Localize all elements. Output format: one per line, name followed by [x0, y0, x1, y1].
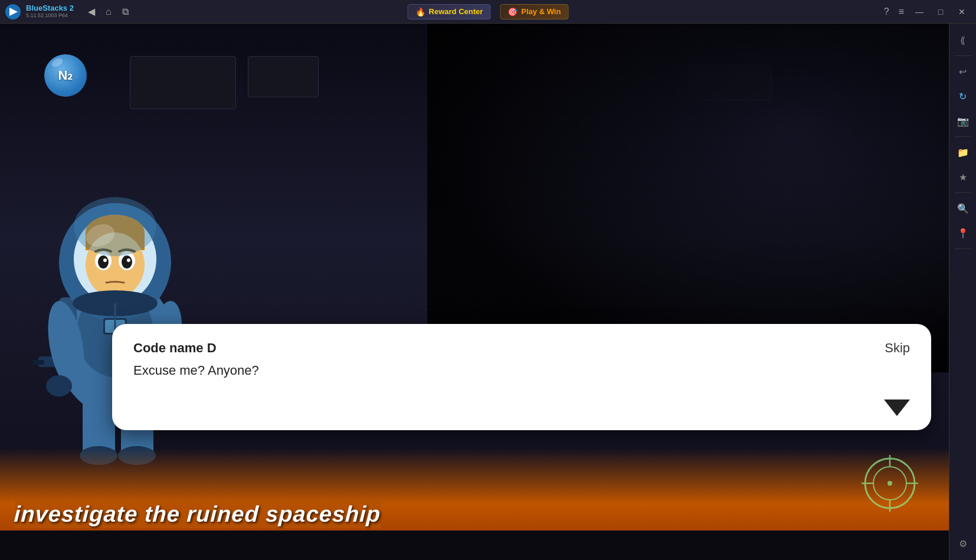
play-win-button[interactable]: 🎯 Play & Win [500, 4, 568, 19]
sidebar-divider-1 [955, 55, 971, 56]
sidebar-photo-icon[interactable]: 📷 [952, 110, 974, 132]
sidebar-divider-2 [955, 136, 971, 137]
svg-rect-6 [32, 360, 44, 365]
svg-point-24 [103, 258, 107, 262]
app-name: BlueStacks 2 [26, 4, 74, 12]
right-sidebar: ⟪ ↩ ↻ 📷 📁 ★ 🔍 📍 ⚙ [949, 24, 976, 560]
sidebar-search-icon[interactable]: 🔍 [952, 198, 974, 219]
subtitle-background: investigate the ruined spaceship [14, 500, 382, 528]
sidebar-location-icon[interactable]: 📍 [952, 222, 974, 244]
dialog-next-arrow[interactable] [884, 399, 910, 416]
close-button[interactable]: ✕ [952, 4, 971, 20]
home-nav-button[interactable]: ⌂ [103, 5, 114, 18]
maximize-button[interactable]: □ [931, 4, 950, 20]
game-area[interactable]: N₂ [0, 24, 949, 560]
reward-center-button[interactable]: 🔥 Reward Center [408, 4, 491, 19]
subtitle-text: investigate the ruined spaceship [14, 502, 381, 526]
sidebar-rotate-icon[interactable]: ↻ [952, 86, 974, 107]
app-title-text: BlueStacks 2 5.11.52.1003 P64 [26, 4, 74, 18]
help-button[interactable]: ? [880, 5, 893, 18]
svg-point-25 [127, 258, 130, 262]
dialog-box[interactable]: Code name D Excuse me? Anyone? Skip [112, 324, 931, 430]
n2-canister: N₂ [44, 54, 91, 101]
sidebar-star-icon[interactable]: ★ [952, 166, 974, 188]
sidebar-divider-3 [955, 192, 971, 193]
reward-center-label: Reward Center [429, 7, 483, 16]
svg-point-13 [46, 375, 72, 397]
dialog-skip-button[interactable]: Skip [885, 340, 910, 356]
minimize-button[interactable]: — [910, 4, 929, 20]
sidebar-folder-icon[interactable]: 📁 [952, 142, 974, 163]
sidebar-expand-icon[interactable]: ⟪ [952, 30, 974, 51]
wall-panel-1 [130, 56, 236, 109]
crosshair [860, 454, 919, 513]
app-version: 5.11.52.1003 P64 [26, 13, 74, 19]
main-content: N₂ [0, 24, 976, 560]
multi-nav-button[interactable]: ⧉ [120, 5, 131, 18]
bluestacks-logo [5, 4, 21, 20]
svg-point-38 [887, 481, 892, 486]
crosshair-svg [860, 454, 919, 513]
title-bar: BlueStacks 2 5.11.52.1003 P64 ◀ ⌂ ⧉ 🔥 Re… [0, 0, 976, 24]
dialog-speaker: Code name D [133, 340, 910, 356]
titlebar-left: BlueStacks 2 5.11.52.1003 P64 ◀ ⌂ ⧉ [5, 4, 131, 20]
sidebar-back-icon[interactable]: ↩ [952, 61, 974, 82]
dialog-text: Excuse me? Anyone? [133, 361, 910, 380]
dark-overlay-right [427, 24, 949, 372]
subtitle-bar: investigate the ruined spaceship [0, 492, 949, 536]
play-win-label: Play & Win [521, 7, 561, 16]
titlebar-center: 🔥 Reward Center 🎯 Play & Win [408, 4, 569, 19]
back-nav-button[interactable]: ◀ [86, 5, 97, 18]
play-win-icon: 🎯 [507, 7, 518, 17]
titlebar-nav: ◀ ⌂ ⧉ [86, 5, 131, 18]
wall-panel-2 [248, 56, 319, 97]
titlebar-right: ? ≡ — □ ✕ [880, 4, 971, 20]
n2-label: N₂ [44, 54, 87, 97]
sidebar-divider-4 [955, 248, 971, 249]
sidebar-settings-icon[interactable]: ⚙ [952, 533, 974, 554]
svg-point-26 [74, 197, 156, 256]
reward-fire-icon: 🔥 [415, 7, 425, 17]
menu-button[interactable]: ≡ [895, 5, 908, 18]
svg-point-23 [122, 256, 132, 268]
svg-point-22 [98, 256, 109, 268]
